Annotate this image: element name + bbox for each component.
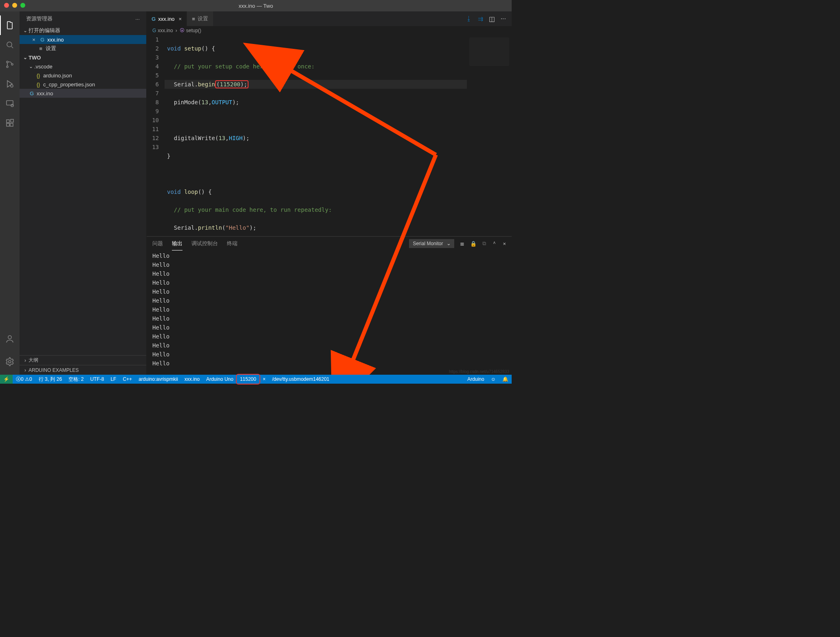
chevron-down-icon: ⌄ (28, 64, 34, 69)
status-feedback-icon[interactable]: ☺ (488, 375, 499, 384)
open-editors-section[interactable]: ⌄ 打开的编辑器 (20, 26, 146, 35)
workspace-root[interactable]: ⌄ TWO (20, 53, 146, 62)
editor-area: G xxx.ino × ≡ 设置 ⭳ ⇉ ◫ ··· G xxx.ino (147, 11, 512, 375)
file-label: arduino.json (43, 72, 72, 79)
activity-source-control-icon[interactable] (0, 55, 20, 74)
explorer-tree: ⌄ 打开的编辑器 × G xxx.ino ≡ 设置 ⌄ TWO ⌄ (20, 26, 146, 355)
editor-tabs: G xxx.ino × ≡ 设置 ⭳ ⇉ ◫ ··· (147, 11, 512, 26)
status-eol[interactable]: LF (107, 375, 119, 384)
function-icon: ⦿ (180, 28, 185, 33)
close-icon[interactable]: × (179, 16, 182, 22)
code-content[interactable]: void setup() { // put your setup code he… (165, 35, 467, 236)
maximize-window-dot[interactable] (20, 3, 25, 8)
arduino-upload-icon[interactable]: ⇉ (478, 15, 483, 23)
svg-rect-7 (7, 120, 9, 123)
status-programmer[interactable]: arduino:avrispmkii (135, 375, 181, 384)
more-actions-icon[interactable]: ··· (501, 15, 506, 22)
activity-explorer-icon[interactable] (0, 15, 20, 35)
activity-account-icon[interactable] (0, 329, 20, 349)
editor-actions: ⭳ ⇉ ◫ ··· (466, 11, 512, 26)
window-traffic-lights[interactable] (4, 3, 25, 8)
breadcrumb-symbol[interactable]: setup() (186, 28, 201, 33)
svg-point-2 (7, 66, 8, 68)
watermark: https://blog.csdn.net/u714652833 (449, 369, 509, 374)
panel-maximize-icon[interactable]: ＾ (492, 240, 497, 247)
status-indentation[interactable]: 空格: 2 (65, 375, 87, 384)
bottom-panel: 问题 输出 调试控制台 终端 Serial Monitor ≣ 🔒 ⧉ ＾ × (147, 236, 512, 375)
panel-close-icon[interactable]: × (503, 241, 506, 247)
arduino-examples-section[interactable]: › ARDUINO EXAMPLES (20, 365, 146, 375)
lock-icon[interactable]: 🔒 (470, 241, 477, 247)
breadcrumb-separator: › (176, 28, 177, 33)
filter-list-icon[interactable]: ≣ (460, 241, 464, 247)
status-board[interactable]: Arduino Uno (203, 375, 237, 384)
activity-settings-icon[interactable] (0, 352, 20, 371)
output-body[interactable]: HelloHelloHelloHelloHelloHelloHelloHello… (147, 250, 512, 375)
svg-point-1 (7, 61, 8, 63)
close-icon[interactable]: × (31, 37, 37, 43)
file-cpp-properties[interactable]: {} c_cpp_properties.json (20, 80, 146, 89)
tab-label: 设置 (198, 15, 208, 22)
svg-point-4 (11, 85, 13, 87)
arduino-verify-icon[interactable]: ⭳ (466, 15, 472, 22)
status-extension[interactable]: Arduino (464, 375, 487, 384)
chevron-down-icon: ⌄ (22, 55, 29, 60)
minimap[interactable] (467, 35, 512, 236)
breadcrumbs[interactable]: G xxx.ino › ⦿ setup() (147, 26, 512, 35)
svg-point-0 (7, 42, 12, 47)
remote-indicator[interactable]: ⚡ (0, 375, 13, 384)
open-editor-settings-label: 设置 (46, 45, 56, 52)
activity-search-icon[interactable] (0, 35, 20, 55)
editor-tab-main[interactable]: G xxx.ino × (147, 11, 187, 26)
chevron-right-icon: › (24, 367, 26, 373)
close-window-dot[interactable] (4, 3, 9, 8)
svg-point-6 (11, 104, 13, 107)
output-channel-select[interactable]: Serial Monitor (409, 239, 454, 248)
window-titlebar: xxx.ino — Two (0, 0, 512, 11)
status-bar: ⚡ ⓧ 0 ⚠ 0 行 3, 列 26 空格: 2 UTF-8 LF C++ a… (0, 375, 512, 384)
panel-tab-problems[interactable]: 问题 (152, 237, 163, 250)
outline-section[interactable]: › 大纲 (20, 355, 146, 365)
panel-tab-terminal[interactable]: 终端 (227, 237, 237, 250)
activity-debug-icon[interactable] (0, 74, 20, 94)
status-sketch[interactable]: xxx.ino (181, 375, 203, 384)
file-main-ino[interactable]: G xxx.ino (20, 89, 146, 98)
code-editor[interactable]: 12345678910111213 void setup() { // put … (147, 35, 467, 236)
folder-vscode-label: .vscode (34, 64, 53, 70)
arduino-file-icon: G (39, 37, 46, 43)
chevron-right-icon: › (24, 358, 26, 363)
chevron-down-icon: ⌄ (22, 28, 29, 33)
status-language[interactable]: C++ (119, 375, 135, 384)
svg-rect-9 (10, 123, 13, 126)
status-serial-port[interactable]: /dev/tty.usbmodem146201 (269, 375, 333, 384)
panel-tab-debug-console[interactable]: 调试控制台 (191, 237, 218, 250)
open-editors-label: 打开的编辑器 (29, 27, 60, 34)
file-arduino-json[interactable]: {} arduino.json (20, 71, 146, 80)
explorer-sidebar: 资源管理器 ··· ⌄ 打开的编辑器 × G xxx.ino ≡ 设置 (20, 11, 147, 375)
status-encoding[interactable]: UTF-8 (87, 375, 107, 384)
copy-icon[interactable]: ⧉ (482, 240, 486, 247)
folder-vscode[interactable]: ⌄ .vscode (20, 62, 146, 71)
breadcrumb-file[interactable]: xxx.ino (158, 28, 173, 33)
editor-tab-settings[interactable]: ≡ 设置 (187, 11, 213, 26)
open-editor-settings[interactable]: ≡ 设置 (20, 44, 146, 53)
explorer-header: 资源管理器 ··· (20, 11, 146, 26)
status-baud-rate[interactable]: 115200 (237, 375, 259, 384)
panel-tab-output[interactable]: 输出 (172, 237, 183, 250)
status-bell-icon[interactable]: 🔔 (499, 375, 512, 384)
arduino-file-icon: G (152, 16, 156, 22)
open-editor-item[interactable]: × G xxx.ino (20, 35, 146, 44)
activity-remote-icon[interactable] (0, 94, 20, 113)
split-editor-icon[interactable]: ◫ (489, 15, 495, 23)
status-errors[interactable]: ⓧ 0 ⚠ 0 (13, 375, 35, 384)
open-editor-label: xxx.ino (47, 37, 64, 43)
minimize-window-dot[interactable] (12, 3, 17, 8)
tab-label: xxx.ino (158, 16, 174, 22)
explorer-more-icon[interactable]: ··· (135, 16, 140, 22)
window-title: xxx.ino — Two (239, 3, 273, 9)
status-close-serial[interactable]: × (259, 375, 269, 384)
activity-extensions-icon[interactable] (0, 113, 20, 133)
file-label: c_cpp_properties.json (43, 81, 95, 88)
status-cursor-position[interactable]: 行 3, 列 26 (35, 375, 65, 384)
svg-point-12 (9, 360, 11, 363)
